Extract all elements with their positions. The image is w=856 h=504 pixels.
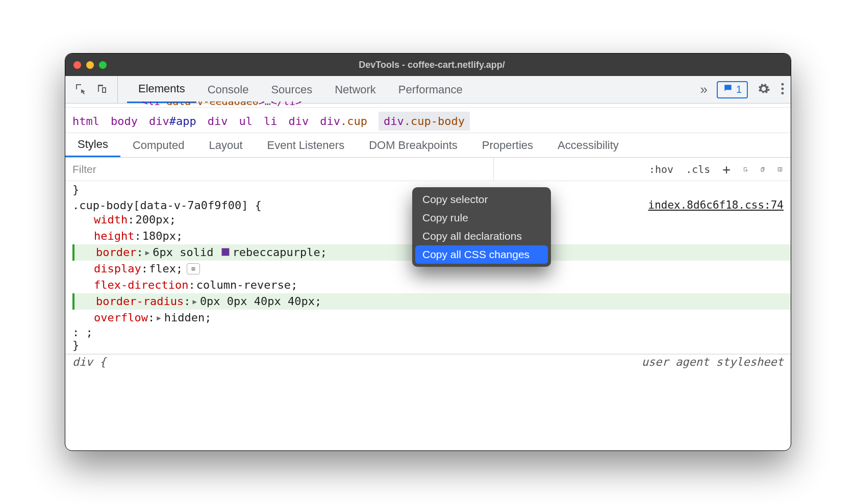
subtab-computed[interactable]: Computed xyxy=(120,133,197,157)
kebab-menu-icon[interactable] xyxy=(781,82,785,97)
subtab-accessibility[interactable]: Accessibility xyxy=(545,133,631,157)
styles-pane: } index.8d6c6f18.css:74 .cup-body[data-v… xyxy=(65,181,791,450)
elements-tree-fragment: <li data-v-eeda6ae0>…</li> xyxy=(65,102,791,108)
styles-filter-input[interactable] xyxy=(65,158,494,181)
context-menu-item[interactable]: Copy all declarations xyxy=(412,227,551,245)
format-icon[interactable] xyxy=(738,162,753,177)
breadcrumb-item[interactable]: html xyxy=(72,115,99,128)
copy-icon[interactable] xyxy=(755,162,770,177)
breadcrumb-item[interactable]: div xyxy=(288,115,309,128)
context-menu-item[interactable]: Copy all CSS changes xyxy=(415,245,548,264)
main-tab-console[interactable]: Console xyxy=(196,76,260,103)
breadcrumb-item[interactable]: div.cup xyxy=(320,115,367,128)
subtab-properties[interactable]: Properties xyxy=(470,133,545,157)
settings-gear-icon[interactable] xyxy=(757,82,770,97)
styles-filter-bar: :hov .cls + xyxy=(65,158,791,181)
subtab-event-listeners[interactable]: Event Listeners xyxy=(255,133,357,157)
css-declaration[interactable]: border-radius:▶0px 0px 40px 40px; xyxy=(72,293,791,310)
svg-point-0 xyxy=(782,83,784,85)
breadcrumb: htmlbodydiv#appdivullidivdiv.cupdiv.cup-… xyxy=(65,110,791,133)
rule-close-brace: } xyxy=(72,339,791,351)
breadcrumb-item[interactable]: div.cup-body xyxy=(379,112,470,131)
main-tabs-bar: ElementsConsoleSourcesNetworkPerformance… xyxy=(65,76,791,104)
more-tabs-chevron-icon[interactable]: » xyxy=(691,82,716,97)
new-rule-plus-icon[interactable]: + xyxy=(717,160,736,179)
main-tab-sources[interactable]: Sources xyxy=(260,76,323,103)
issues-count: 1 xyxy=(736,84,742,95)
styles-subtabs: StylesComputedLayoutEvent ListenersDOM B… xyxy=(65,133,791,158)
hov-toggle[interactable]: :hov xyxy=(644,161,678,178)
svg-point-2 xyxy=(782,92,784,94)
user-agent-rule: div { user agent stylesheet xyxy=(65,354,791,369)
context-menu-item[interactable]: Copy rule xyxy=(412,209,551,227)
window-title: DevTools - coffee-cart.netlify.app/ xyxy=(81,60,783,70)
color-swatch[interactable] xyxy=(221,248,230,256)
css-source-link[interactable]: index.8d6c6f18.css:74 xyxy=(648,199,784,211)
css-declaration[interactable]: overflow:▶hidden; xyxy=(94,310,791,326)
main-tab-network[interactable]: Network xyxy=(323,76,387,103)
subtab-layout[interactable]: Layout xyxy=(196,133,255,157)
breadcrumb-item[interactable]: div#app xyxy=(149,115,196,128)
context-menu-item[interactable]: Copy selector xyxy=(412,190,551,209)
subtab-styles[interactable]: Styles xyxy=(65,133,120,157)
titlebar: DevTools - coffee-cart.netlify.app/ xyxy=(65,54,791,76)
svg-point-1 xyxy=(782,87,784,90)
breadcrumb-item[interactable]: body xyxy=(111,115,138,128)
cls-toggle[interactable]: .cls xyxy=(681,161,715,178)
ua-selector: div { xyxy=(72,356,106,368)
svg-rect-3 xyxy=(778,167,782,171)
flex-badge-icon[interactable]: ⊞ xyxy=(187,263,200,274)
device-toggle-icon[interactable] xyxy=(96,83,108,97)
close-window-button[interactable] xyxy=(73,61,81,69)
issues-button[interactable]: 1 xyxy=(717,81,748,98)
devtools-window: DevTools - coffee-cart.netlify.app/ Elem… xyxy=(65,53,791,451)
ua-label: user agent stylesheet xyxy=(642,356,784,368)
context-menu: Copy selectorCopy ruleCopy all declarati… xyxy=(412,187,551,267)
inspect-icon[interactable] xyxy=(74,83,87,97)
computed-sidebar-toggle-icon[interactable] xyxy=(772,162,788,177)
breadcrumb-item[interactable]: li xyxy=(264,115,278,128)
breadcrumb-item[interactable]: ul xyxy=(239,115,253,128)
css-selector[interactable]: .cup-body[data-v-7a0f9f00] xyxy=(72,199,248,212)
css-declaration[interactable]: flex-direction: column-reverse; xyxy=(94,277,791,293)
subtab-dom-breakpoints[interactable]: DOM Breakpoints xyxy=(357,133,470,157)
breadcrumb-item[interactable]: div xyxy=(208,115,228,128)
main-tab-elements[interactable]: Elements xyxy=(127,76,196,103)
chat-icon xyxy=(723,83,733,96)
main-tab-performance[interactable]: Performance xyxy=(387,76,474,103)
